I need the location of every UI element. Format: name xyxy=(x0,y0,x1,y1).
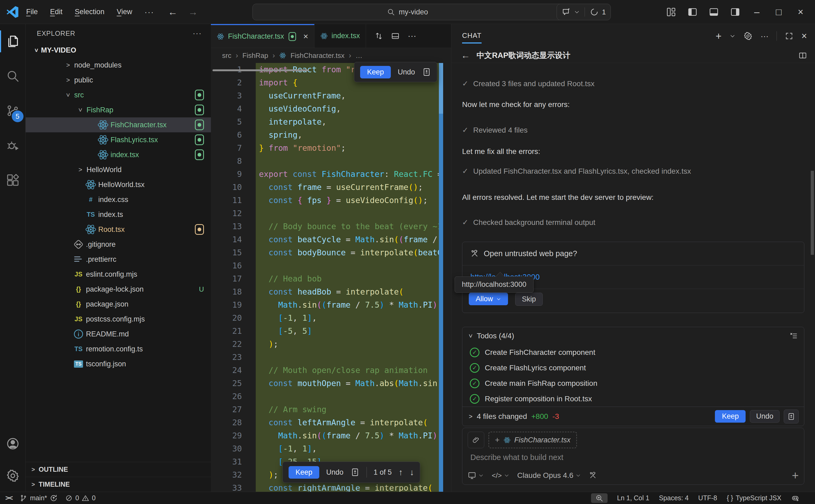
tree-item-public[interactable]: >public xyxy=(26,73,211,88)
tree-item--prettierrc[interactable]: .prettierrc xyxy=(26,252,211,267)
tree-root-my-video[interactable]: >MY-VIDEO xyxy=(26,43,211,58)
skip-button[interactable]: Skip xyxy=(515,293,543,306)
attached-file-chip[interactable]: + FishCharacter.tsx xyxy=(489,432,577,448)
history-back-button[interactable]: ← xyxy=(168,6,177,18)
chat-back-button[interactable]: ← xyxy=(461,50,470,61)
view-all-changes-icon[interactable] xyxy=(784,410,799,423)
keep-button[interactable]: Keep xyxy=(360,66,391,78)
tree-item-package-json[interactable]: {}package.json xyxy=(26,297,211,312)
timeline-section[interactable]: >TIMELINE xyxy=(26,477,211,492)
outline-section[interactable]: >OUTLINE xyxy=(26,462,211,477)
chat-more-button[interactable]: ··· xyxy=(761,31,769,41)
settings-gear-button[interactable] xyxy=(0,460,26,492)
run-debug-activity-button[interactable] xyxy=(0,128,26,163)
close-chat-icon[interactable]: × xyxy=(801,30,807,42)
tree-item-helloworld[interactable]: >HelloWorld xyxy=(26,162,211,177)
model-picker[interactable]: Claude Opus 4.6 xyxy=(517,471,581,480)
git-branch-status[interactable]: main* xyxy=(20,494,58,502)
view-file-changes-icon[interactable] xyxy=(350,468,359,477)
customize-layout-icon[interactable] xyxy=(666,7,676,17)
tab-index[interactable]: index.tsx xyxy=(314,24,366,48)
minimize-button[interactable]: – xyxy=(751,6,762,18)
search-activity-button[interactable] xyxy=(0,59,26,93)
view-file-changes-icon[interactable] xyxy=(422,68,431,77)
tree-item-fishcharacter-tsx[interactable]: FishCharacter.tsx xyxy=(26,117,211,132)
toggle-sidebar-icon[interactable] xyxy=(687,7,698,17)
allow-button[interactable]: Allow xyxy=(469,293,508,305)
undo-button[interactable]: Undo xyxy=(398,68,415,76)
chat-tab[interactable]: CHAT xyxy=(462,31,482,43)
encoding-status[interactable]: UTF-8 xyxy=(698,494,717,502)
expand-files-icon[interactable]: > xyxy=(469,413,473,420)
next-change-button[interactable]: ↓ xyxy=(410,467,414,477)
chevron-down-icon[interactable] xyxy=(730,33,735,39)
indentation-status[interactable]: Spaces: 4 xyxy=(659,494,689,502)
tree-item-index-css[interactable]: #index.css xyxy=(26,192,211,207)
chat-input-box[interactable]: + FishCharacter.tsx Describe what to bui… xyxy=(462,428,804,485)
editor-more-actions-button[interactable]: ··· xyxy=(408,31,416,41)
tree-item--gitignore[interactable]: .gitignore xyxy=(26,237,211,252)
clear-todos-icon[interactable] xyxy=(790,332,798,340)
breadcrumb-item[interactable]: … xyxy=(355,51,362,60)
tree-item-node-modules[interactable]: >node_modules xyxy=(26,58,211,73)
copilot-status-icon[interactable] xyxy=(791,494,800,502)
previous-change-button[interactable]: ↑ xyxy=(398,467,403,477)
problems-status[interactable]: 0 0 xyxy=(65,494,96,502)
close-button[interactable]: × xyxy=(795,6,806,18)
history-forward-button[interactable]: → xyxy=(188,6,198,18)
tab-fishcharacter[interactable]: FishCharacter.tsx × xyxy=(211,24,314,48)
tree-item-root-tsx[interactable]: Root.tsx xyxy=(26,222,211,237)
remote-indicator[interactable]: >< xyxy=(5,494,12,502)
breadcrumb[interactable]: src›FishRap›FishCharacter.tsx›… xyxy=(211,48,451,63)
tree-item-index-tsx[interactable]: index.tsx xyxy=(26,147,211,162)
menu-overflow-button[interactable]: ··· xyxy=(144,7,154,17)
keep-all-button[interactable]: Keep xyxy=(715,410,746,423)
split-editor-icon[interactable] xyxy=(391,32,399,40)
explorer-more-button[interactable]: ··· xyxy=(193,29,202,38)
tools-icon[interactable] xyxy=(589,471,597,479)
accounts-button[interactable] xyxy=(0,428,26,460)
command-center-search[interactable]: my-video xyxy=(252,4,563,20)
undo-all-button[interactable]: Undo xyxy=(750,410,780,423)
toggle-secondary-sidebar-icon[interactable] xyxy=(730,7,740,17)
code-mode-picker[interactable]: </> xyxy=(492,471,509,480)
zoom-indicator[interactable] xyxy=(591,493,608,503)
open-changes-icon[interactable] xyxy=(374,32,383,40)
keep-button[interactable]: Keep xyxy=(288,466,319,479)
agent-mode-picker[interactable] xyxy=(468,471,484,480)
breadcrumb-item[interactable]: FishCharacter.tsx xyxy=(290,51,344,60)
copilot-titlebar-control[interactable]: 1 xyxy=(557,4,611,20)
toggle-panel-icon[interactable] xyxy=(709,7,719,17)
tab-close-icon[interactable]: × xyxy=(303,31,308,41)
open-chat-in-editor-icon[interactable] xyxy=(798,51,807,60)
explorer-activity-button[interactable] xyxy=(0,24,26,59)
language-mode[interactable]: { } TypeScript JSX xyxy=(727,494,781,502)
undo-button[interactable]: Undo xyxy=(326,468,343,477)
tree-item-index-ts[interactable]: TSindex.ts xyxy=(26,207,211,222)
attach-context-button[interactable] xyxy=(468,432,484,448)
tree-item-readme-md[interactable]: README.md xyxy=(26,327,211,342)
chat-settings-gear-icon[interactable] xyxy=(743,31,753,41)
add-button[interactable]: + xyxy=(792,469,799,482)
chat-scrollbar-thumb[interactable] xyxy=(811,171,814,255)
menu-selection[interactable]: Selection xyxy=(75,8,104,16)
menu-edit[interactable]: Edit xyxy=(50,8,63,16)
tree-item-flashlyrics-tsx[interactable]: FlashLyrics.tsx xyxy=(26,132,211,147)
tree-item-tsconfig-json[interactable]: TStsconfig.json xyxy=(26,356,211,371)
breadcrumb-item[interactable]: FishRap xyxy=(242,51,268,60)
extensions-activity-button[interactable] xyxy=(0,163,26,197)
tree-item-fishrap[interactable]: >FishRap xyxy=(26,102,211,117)
tree-item-remotion-config-ts[interactable]: TSremotion.config.ts xyxy=(26,342,211,356)
editor-scrollbar[interactable] xyxy=(439,63,451,492)
cursor-position[interactable]: Ln 1, Col 1 xyxy=(617,494,650,502)
maximize-chat-icon[interactable] xyxy=(785,32,793,40)
todos-header[interactable]: > Todos (4/4) xyxy=(463,327,804,345)
maximize-button[interactable]: □ xyxy=(773,6,784,18)
new-chat-button[interactable]: + xyxy=(716,30,722,42)
tree-item-package-lock-json[interactable]: {}package-lock.jsonU xyxy=(26,282,211,297)
code-editor[interactable]: 1234567891011121314151617181920212223242… xyxy=(211,63,451,492)
breadcrumb-item[interactable]: src xyxy=(222,51,231,60)
tree-item-eslint-config-mjs[interactable]: JSeslint.config.mjs xyxy=(26,267,211,282)
tree-item-helloworld-tsx[interactable]: HelloWorld.tsx xyxy=(26,177,211,192)
source-control-activity-button[interactable]: 5 xyxy=(0,93,26,128)
